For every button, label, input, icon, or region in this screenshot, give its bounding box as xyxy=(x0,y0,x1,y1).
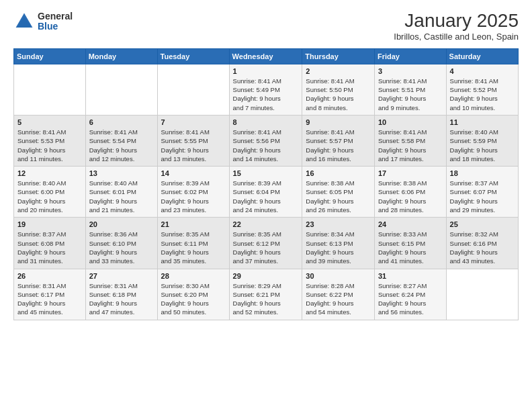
calendar-week-row: 12Sunrise: 8:40 AM Sunset: 6:00 PM Dayli… xyxy=(14,167,519,218)
day-number: 26 xyxy=(17,272,82,280)
table-row: 28Sunrise: 8:30 AM Sunset: 6:20 PM Dayli… xyxy=(157,269,229,320)
header-saturday: Saturday xyxy=(446,48,518,64)
day-info: Sunrise: 8:40 AM Sunset: 6:01 PM Dayligh… xyxy=(89,179,154,214)
header-thursday: Thursday xyxy=(302,48,375,64)
calendar-table: Sunday Monday Tuesday Wednesday Thursday… xyxy=(13,48,519,320)
day-number: 3 xyxy=(378,67,443,75)
table-row: 1Sunrise: 8:41 AM Sunset: 5:49 PM Daylig… xyxy=(229,64,302,115)
day-info: Sunrise: 8:41 AM Sunset: 5:49 PM Dayligh… xyxy=(233,77,299,112)
day-info: Sunrise: 8:33 AM Sunset: 6:15 PM Dayligh… xyxy=(378,230,443,265)
logo: General Blue xyxy=(13,11,73,32)
table-row: 8Sunrise: 8:41 AM Sunset: 5:56 PM Daylig… xyxy=(229,115,302,166)
day-number: 21 xyxy=(161,220,226,228)
day-info: Sunrise: 8:31 AM Sunset: 6:17 PM Dayligh… xyxy=(17,281,82,317)
table-row: 16Sunrise: 8:38 AM Sunset: 6:05 PM Dayli… xyxy=(302,167,375,218)
day-info: Sunrise: 8:41 AM Sunset: 5:58 PM Dayligh… xyxy=(378,128,443,163)
table-row: 20Sunrise: 8:36 AM Sunset: 6:10 PM Dayli… xyxy=(85,218,157,269)
day-number: 1 xyxy=(233,67,299,75)
day-number: 25 xyxy=(450,220,515,228)
day-number: 5 xyxy=(17,118,82,126)
day-number: 17 xyxy=(378,169,443,177)
table-row: 24Sunrise: 8:33 AM Sunset: 6:15 PM Dayli… xyxy=(374,218,446,269)
table-row: 9Sunrise: 8:41 AM Sunset: 5:57 PM Daylig… xyxy=(302,115,375,166)
table-row: 6Sunrise: 8:41 AM Sunset: 5:54 PM Daylig… xyxy=(85,115,157,166)
header: General Blue January 2025 Ibrillos, Cast… xyxy=(13,11,519,42)
table-row: 15Sunrise: 8:39 AM Sunset: 6:04 PM Dayli… xyxy=(229,167,302,218)
day-number: 18 xyxy=(450,169,515,177)
table-row: 26Sunrise: 8:31 AM Sunset: 6:17 PM Dayli… xyxy=(14,269,86,320)
day-number: 19 xyxy=(17,220,82,228)
table-row: 5Sunrise: 8:41 AM Sunset: 5:53 PM Daylig… xyxy=(14,115,86,166)
day-number: 27 xyxy=(89,272,154,280)
day-info: Sunrise: 8:30 AM Sunset: 6:20 PM Dayligh… xyxy=(161,281,226,317)
day-number: 20 xyxy=(89,220,154,228)
day-info: Sunrise: 8:36 AM Sunset: 6:10 PM Dayligh… xyxy=(89,230,154,265)
table-row: 23Sunrise: 8:34 AM Sunset: 6:13 PM Dayli… xyxy=(302,218,375,269)
page: General Blue January 2025 Ibrillos, Cast… xyxy=(0,0,532,411)
table-row xyxy=(446,269,518,320)
day-info: Sunrise: 8:29 AM Sunset: 6:21 PM Dayligh… xyxy=(233,281,299,317)
table-row: 22Sunrise: 8:35 AM Sunset: 6:12 PM Dayli… xyxy=(229,218,302,269)
day-number: 8 xyxy=(233,118,299,126)
table-row: 11Sunrise: 8:40 AM Sunset: 5:59 PM Dayli… xyxy=(446,115,518,166)
calendar-title: January 2025 xyxy=(394,11,519,32)
day-number: 7 xyxy=(161,118,226,126)
table-row: 3Sunrise: 8:41 AM Sunset: 5:51 PM Daylig… xyxy=(374,64,446,115)
logo-text: General Blue xyxy=(38,11,73,32)
day-number: 4 xyxy=(450,67,515,75)
day-info: Sunrise: 8:40 AM Sunset: 5:59 PM Dayligh… xyxy=(450,128,515,163)
day-number: 12 xyxy=(17,169,82,177)
logo-general-text: General xyxy=(38,11,73,21)
header-tuesday: Tuesday xyxy=(157,48,229,64)
day-info: Sunrise: 8:41 AM Sunset: 5:55 PM Dayligh… xyxy=(161,128,226,163)
day-number: 24 xyxy=(378,220,443,228)
day-info: Sunrise: 8:41 AM Sunset: 5:52 PM Dayligh… xyxy=(450,77,515,112)
day-info: Sunrise: 8:37 AM Sunset: 6:07 PM Dayligh… xyxy=(450,179,515,214)
day-info: Sunrise: 8:41 AM Sunset: 5:51 PM Dayligh… xyxy=(378,77,443,112)
logo-blue-text: Blue xyxy=(38,21,73,32)
day-number: 2 xyxy=(306,67,371,75)
day-number: 23 xyxy=(306,220,371,228)
day-number: 22 xyxy=(233,220,299,228)
day-number: 13 xyxy=(89,169,154,177)
table-row: 18Sunrise: 8:37 AM Sunset: 6:07 PM Dayli… xyxy=(446,167,518,218)
table-row xyxy=(14,64,86,115)
table-row: 7Sunrise: 8:41 AM Sunset: 5:55 PM Daylig… xyxy=(157,115,229,166)
day-info: Sunrise: 8:41 AM Sunset: 5:57 PM Dayligh… xyxy=(306,128,371,163)
table-row: 27Sunrise: 8:31 AM Sunset: 6:18 PM Dayli… xyxy=(85,269,157,320)
day-info: Sunrise: 8:41 AM Sunset: 5:50 PM Dayligh… xyxy=(306,77,371,112)
table-row: 12Sunrise: 8:40 AM Sunset: 6:00 PM Dayli… xyxy=(14,167,86,218)
day-info: Sunrise: 8:37 AM Sunset: 6:08 PM Dayligh… xyxy=(17,230,82,265)
day-number: 16 xyxy=(306,169,371,177)
day-number: 14 xyxy=(161,169,226,177)
day-info: Sunrise: 8:41 AM Sunset: 5:54 PM Dayligh… xyxy=(89,128,154,163)
table-row: 21Sunrise: 8:35 AM Sunset: 6:11 PM Dayli… xyxy=(157,218,229,269)
day-info: Sunrise: 8:32 AM Sunset: 6:16 PM Dayligh… xyxy=(450,230,515,265)
day-number: 15 xyxy=(233,169,299,177)
table-row: 13Sunrise: 8:40 AM Sunset: 6:01 PM Dayli… xyxy=(85,167,157,218)
day-info: Sunrise: 8:35 AM Sunset: 6:12 PM Dayligh… xyxy=(233,230,299,265)
day-number: 11 xyxy=(450,118,515,126)
day-info: Sunrise: 8:41 AM Sunset: 5:56 PM Dayligh… xyxy=(233,128,299,163)
table-row: 10Sunrise: 8:41 AM Sunset: 5:58 PM Dayli… xyxy=(374,115,446,166)
day-number: 30 xyxy=(306,272,371,280)
day-info: Sunrise: 8:27 AM Sunset: 6:24 PM Dayligh… xyxy=(378,281,443,317)
day-info: Sunrise: 8:38 AM Sunset: 6:06 PM Dayligh… xyxy=(378,179,443,214)
day-number: 31 xyxy=(378,272,443,280)
table-row xyxy=(85,64,157,115)
header-friday: Friday xyxy=(374,48,446,64)
table-row: 2Sunrise: 8:41 AM Sunset: 5:50 PM Daylig… xyxy=(302,64,375,115)
table-row: 17Sunrise: 8:38 AM Sunset: 6:06 PM Dayli… xyxy=(374,167,446,218)
day-info: Sunrise: 8:34 AM Sunset: 6:13 PM Dayligh… xyxy=(306,230,371,265)
table-row: 14Sunrise: 8:39 AM Sunset: 6:02 PM Dayli… xyxy=(157,167,229,218)
day-info: Sunrise: 8:40 AM Sunset: 6:00 PM Dayligh… xyxy=(17,179,82,214)
calendar-week-row: 19Sunrise: 8:37 AM Sunset: 6:08 PM Dayli… xyxy=(14,218,519,269)
day-info: Sunrise: 8:41 AM Sunset: 5:53 PM Dayligh… xyxy=(17,128,82,163)
day-info: Sunrise: 8:35 AM Sunset: 6:11 PM Dayligh… xyxy=(161,230,226,265)
day-info: Sunrise: 8:31 AM Sunset: 6:18 PM Dayligh… xyxy=(89,281,154,317)
title-block: January 2025 Ibrillos, Castille and Leon… xyxy=(394,11,519,42)
calendar-week-row: 5Sunrise: 8:41 AM Sunset: 5:53 PM Daylig… xyxy=(14,115,519,166)
table-row: 29Sunrise: 8:29 AM Sunset: 6:21 PM Dayli… xyxy=(229,269,302,320)
header-wednesday: Wednesday xyxy=(229,48,302,64)
day-number: 10 xyxy=(378,118,443,126)
